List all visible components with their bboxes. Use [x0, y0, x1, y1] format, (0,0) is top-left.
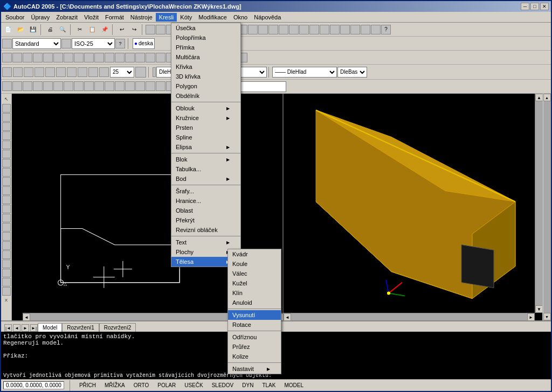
- menu-kresli[interactable]: Kresli: [156, 13, 177, 22]
- view-icon6[interactable]: [56, 67, 66, 77]
- tool-8[interactable]: [2, 159, 11, 167]
- t5-13[interactable]: [125, 81, 135, 91]
- view-icon8[interactable]: [78, 67, 87, 77]
- scroll-track-h[interactable]: [291, 313, 527, 320]
- drawing-viewport[interactable]: △ Y: [12, 94, 542, 320]
- tb15[interactable]: [289, 25, 299, 34]
- tb21[interactable]: [350, 25, 360, 34]
- t5-14[interactable]: [135, 81, 145, 91]
- tb18[interactable]: [320, 25, 329, 34]
- t5-5[interactable]: [43, 81, 53, 91]
- menu-vlozit[interactable]: Vložit: [81, 13, 102, 22]
- t5-11[interactable]: [105, 81, 114, 91]
- t5-7[interactable]: [64, 81, 73, 91]
- t5-2[interactable]: [12, 81, 22, 91]
- tool-2[interactable]: [2, 104, 11, 113]
- t3-16[interactable]: [156, 53, 165, 62]
- tab-model[interactable]: Model: [38, 323, 62, 332]
- t5-12[interactable]: [115, 81, 125, 91]
- tab-rozvrzeni2[interactable]: Rozvržení2: [99, 323, 136, 332]
- view-icon9[interactable]: [88, 67, 98, 77]
- print-btn[interactable]: 🖨: [44, 24, 56, 36]
- open-btn[interactable]: 📂: [15, 24, 26, 36]
- status-useck[interactable]: USEČK: [182, 382, 205, 389]
- tb11[interactable]: [248, 25, 258, 34]
- t3-19[interactable]: [187, 53, 196, 62]
- tb16[interactable]: [299, 25, 309, 34]
- t3-18[interactable]: [176, 53, 186, 62]
- t5-23[interactable]: [227, 81, 237, 91]
- t3-15[interactable]: [146, 53, 155, 62]
- menu-nastroje[interactable]: Nástroje: [127, 13, 156, 22]
- tool-12[interactable]: [2, 195, 11, 204]
- view-icon2[interactable]: [13, 67, 23, 77]
- dlehlad-select2[interactable]: — DleHlad: [202, 67, 267, 78]
- t3-11[interactable]: [105, 53, 114, 62]
- tb19[interactable]: [330, 25, 340, 34]
- tb12[interactable]: [258, 25, 268, 34]
- scale-select[interactable]: 25: [110, 67, 134, 78]
- t3-6[interactable]: [53, 53, 63, 62]
- tool-6[interactable]: [2, 141, 11, 149]
- redo-btn[interactable]: ↪: [128, 24, 140, 36]
- t3-1[interactable]: [2, 53, 12, 62]
- nav-next[interactable]: ►: [22, 324, 29, 332]
- t5-8[interactable]: [74, 81, 84, 91]
- status-model[interactable]: MODEL: [282, 382, 306, 389]
- t3-7[interactable]: [64, 53, 73, 62]
- dlehlad-select3[interactable]: —— DleHlad: [272, 67, 337, 78]
- t5-4[interactable]: [33, 81, 43, 91]
- tool-15[interactable]: [2, 223, 11, 232]
- t5-22[interactable]: [217, 81, 227, 91]
- tb3[interactable]: [166, 25, 176, 34]
- t3-20[interactable]: [197, 53, 206, 62]
- menu-koty[interactable]: Kóty: [177, 13, 195, 22]
- scroll-track-v[interactable]: [535, 101, 542, 305]
- right-panel-down[interactable]: ▼: [543, 313, 551, 320]
- t3-4[interactable]: [33, 53, 43, 62]
- scroll-down-btn[interactable]: ▼: [535, 305, 542, 313]
- scroll-left-btn[interactable]: ◄: [284, 313, 291, 320]
- right-panel-track[interactable]: [543, 101, 551, 313]
- tool-17[interactable]: [2, 241, 11, 250]
- t3-5[interactable]: [43, 53, 53, 62]
- cut-btn[interactable]: ✂: [74, 24, 86, 36]
- tool-20[interactable]: [2, 269, 11, 277]
- view-icon4[interactable]: [34, 67, 44, 77]
- status-sledov[interactable]: SLEDOV: [210, 382, 236, 389]
- view-icon10[interactable]: [99, 67, 109, 77]
- t5-15[interactable]: [146, 81, 155, 91]
- minimize-button[interactable]: ─: [521, 3, 529, 10]
- copy-btn[interactable]: 📋: [86, 24, 98, 36]
- dlebas-select[interactable]: DleBas: [337, 67, 367, 78]
- t5-17[interactable]: [166, 81, 176, 91]
- tool-21[interactable]: [2, 278, 11, 286]
- tool-16[interactable]: [2, 232, 11, 241]
- cmd-prompt[interactable]: Příkaz:: [3, 353, 549, 359]
- tb22[interactable]: [361, 25, 370, 34]
- menu-napoveda[interactable]: Nápověda: [251, 13, 284, 22]
- linetype-select[interactable]: ISO-25: [72, 38, 115, 49]
- t5-16[interactable]: [156, 81, 165, 91]
- status-orto[interactable]: ORTO: [132, 382, 151, 389]
- t5-9[interactable]: [84, 81, 94, 91]
- status-tlak[interactable]: TLAK: [260, 382, 278, 389]
- tb14[interactable]: [279, 25, 288, 34]
- tool-3[interactable]: [2, 113, 11, 122]
- t5-19[interactable]: [187, 81, 196, 91]
- linetype-icon[interactable]: [61, 39, 71, 48]
- t5-21[interactable]: [207, 81, 217, 91]
- t5-6[interactable]: [53, 81, 63, 91]
- layer-select[interactable]: Standard: [12, 38, 61, 49]
- save-btn[interactable]: 💾: [27, 24, 39, 36]
- tab-rozvrzeni1[interactable]: Rozvržení1: [62, 323, 99, 332]
- t3-10[interactable]: [94, 53, 104, 62]
- tb2[interactable]: [156, 25, 165, 34]
- view-icon7[interactable]: [67, 67, 77, 77]
- tool-4[interactable]: [2, 122, 11, 131]
- left-scroll-left[interactable]: ◄: [23, 313, 30, 320]
- t3-14[interactable]: [135, 53, 145, 62]
- menu-modifikace[interactable]: Modifikace: [195, 13, 230, 22]
- new-btn[interactable]: 📄: [2, 24, 14, 36]
- nav-last[interactable]: ►|: [30, 324, 38, 332]
